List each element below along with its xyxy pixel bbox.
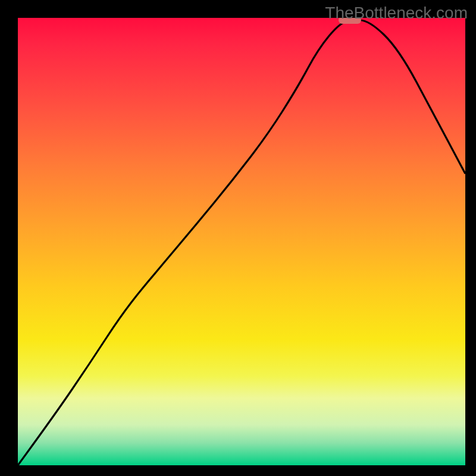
watermark-text: TheBottleneck.com — [325, 4, 468, 23]
curve-path — [18, 20, 465, 465]
chart-svg — [18, 18, 465, 465]
bottleneck-chart — [18, 18, 465, 465]
